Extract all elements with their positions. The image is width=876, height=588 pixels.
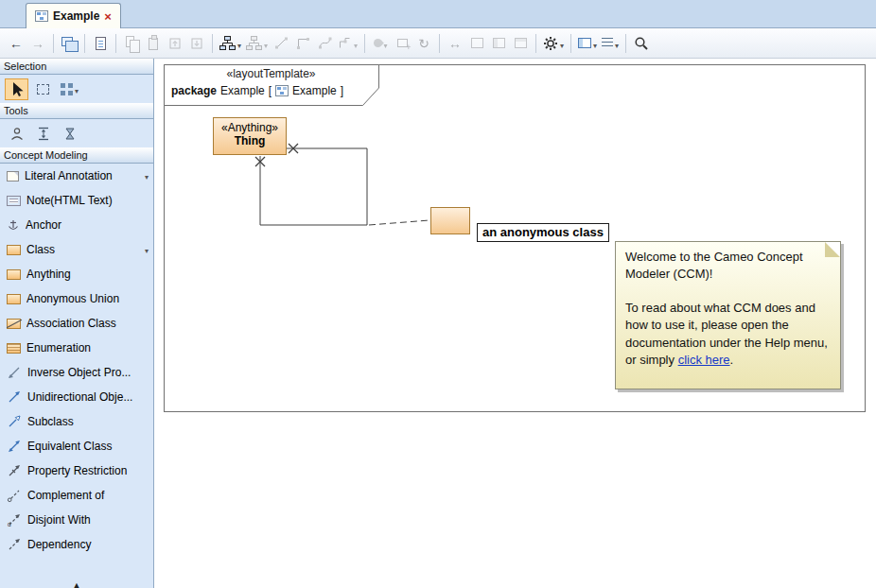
paste-button[interactable]	[143, 32, 164, 55]
dropdown-icon[interactable]	[558, 36, 564, 51]
specification-button[interactable]	[90, 32, 111, 55]
refresh-button[interactable]: ↻	[413, 32, 434, 55]
note-paragraph-2: To read about what CCM does and how to u…	[625, 300, 831, 370]
palette-item-enumeration[interactable]: Enumeration	[0, 336, 153, 360]
palette-item-inverse-object-property[interactable]: Inverse Object Pro...	[0, 360, 153, 385]
actor-tool-button[interactable]	[5, 123, 28, 145]
back-button[interactable]: ←	[6, 32, 26, 55]
path-style-button[interactable]	[336, 32, 359, 55]
application-window: Example × ← →	[0, 0, 876, 588]
window-title-icon	[515, 38, 527, 48]
oblique-path-button[interactable]	[271, 32, 291, 55]
rectilinear-path-button[interactable]	[292, 32, 313, 55]
palette-item-anchor[interactable]: Anchor	[0, 213, 153, 237]
hourglass-tool-button[interactable]	[58, 123, 81, 145]
dropdown-icon[interactable]	[613, 36, 619, 51]
anonymous-class-shape[interactable]	[430, 207, 470, 234]
dropdown-icon[interactable]	[73, 80, 79, 97]
palette-item-complement-of[interactable]: Complement of	[0, 483, 153, 508]
frame-header-stereotype: «layoutTemplate»	[164, 67, 378, 80]
box-down-arrow-icon	[190, 37, 203, 50]
toolbar-separator	[625, 34, 626, 53]
palette-section-tools[interactable]: Tools	[0, 103, 153, 119]
thing-stereotype: «Anything»	[221, 121, 278, 134]
palette-item-anonymous-union[interactable]: Anonymous Union	[0, 286, 153, 311]
diagram-icon	[35, 10, 48, 22]
show-panels-button[interactable]	[576, 32, 599, 55]
marquee-select-button[interactable]	[31, 78, 55, 100]
palette-item-property-restriction[interactable]: Property Restriction	[0, 458, 153, 483]
dropdown-icon[interactable]	[591, 36, 597, 51]
rectilinear-path-icon	[296, 36, 310, 50]
dropdown-icon[interactable]	[143, 169, 149, 182]
dropdown-icon[interactable]	[143, 243, 149, 256]
palette-item-note-html-text[interactable]: Note(HTML Text)	[0, 188, 153, 213]
palette-scroll-up-icon[interactable]	[0, 575, 153, 588]
send-backward-button[interactable]	[186, 32, 207, 55]
tab-close-icon[interactable]: ×	[104, 9, 112, 24]
dropdown-icon[interactable]	[236, 36, 241, 51]
legend-button[interactable]	[600, 32, 621, 55]
diagram-canvas[interactable]: «layoutTemplate» package Example [ Examp…	[154, 59, 876, 588]
forward-button[interactable]: →	[27, 32, 48, 55]
welcome-note[interactable]: Welcome to the Cameo Concept Modeler (CC…	[615, 241, 841, 389]
palette-item-disjoint-with[interactable]: d Disjoint With	[0, 508, 153, 532]
class-icon	[7, 245, 21, 255]
person-icon	[9, 127, 25, 141]
layout-window-a-button[interactable]	[466, 32, 487, 55]
frame-close-bracket: ]	[341, 84, 343, 97]
diagram-options-button[interactable]	[541, 32, 566, 55]
enumeration-icon	[7, 343, 21, 354]
svg-text:d: d	[8, 521, 11, 527]
layout-window-b-button[interactable]	[488, 32, 509, 55]
tree-layout-icon	[246, 36, 262, 50]
class-shape-thing[interactable]: «Anything» Thing	[213, 117, 287, 155]
bezier-path-button[interactable]	[314, 32, 335, 55]
frame-diagram-name: Example	[292, 84, 337, 97]
dropdown-icon[interactable]	[262, 36, 268, 51]
window-split-icon	[493, 38, 505, 48]
path-style-icon	[338, 36, 352, 50]
palette-section-concept-modeling[interactable]: Concept Modeling	[0, 147, 153, 164]
bring-forward-button[interactable]	[165, 32, 185, 55]
layout-button[interactable]	[218, 32, 243, 55]
select-in-containment-tree-button[interactable]	[59, 32, 79, 55]
click-here-link[interactable]: click here	[678, 353, 730, 367]
palette-item-association-class[interactable]: Association Class	[0, 311, 153, 336]
copy-button[interactable]	[121, 32, 142, 55]
box-plus-icon	[397, 39, 408, 47]
quick-layout-button[interactable]	[244, 32, 270, 55]
palette-item-unidirectional-object-property[interactable]: Unidirectional Obje...	[0, 385, 153, 409]
distribute-tool-button[interactable]	[31, 123, 55, 145]
dropdown-icon[interactable]	[352, 36, 358, 51]
tools-tool-row	[0, 119, 153, 147]
palette-item-anything[interactable]: Anything	[0, 262, 153, 286]
note-paragraph-1: Welcome to the Cameo Concept Modeler (CC…	[625, 249, 831, 284]
palette-item-dependency[interactable]: Dependency	[0, 532, 153, 557]
palette-item-label: Anchor	[26, 218, 149, 232]
window-icon	[471, 38, 483, 48]
palette-section-selection[interactable]: Selection	[0, 59, 153, 75]
add-shape-button[interactable]	[392, 32, 412, 55]
palette-item-class[interactable]: Class	[0, 237, 153, 262]
pointer-tool-button[interactable]	[5, 78, 28, 100]
toolbar-separator	[570, 34, 571, 53]
layout-window-c-button[interactable]	[510, 32, 531, 55]
fill-color-button[interactable]	[370, 32, 391, 55]
palette-item-label: Inverse Object Pro...	[27, 366, 149, 379]
palette-item-subclass[interactable]: Subclass	[0, 409, 153, 434]
association-class-icon	[7, 319, 21, 329]
tab-example[interactable]: Example ×	[26, 3, 121, 28]
palette-item-equivalent-class[interactable]: Equivalent Class	[0, 434, 153, 458]
note-fold-corner-icon	[825, 242, 840, 257]
make-same-size-button[interactable]: ↔	[445, 32, 465, 55]
oblique-path-icon	[274, 36, 289, 50]
anonymous-class-label[interactable]: an anonymous class	[477, 223, 609, 242]
palette-item-label: Equivalent Class	[27, 440, 149, 453]
grid-select-button[interactable]	[58, 78, 81, 100]
palette-item-literal-annotation[interactable]: Literal Annotation	[0, 164, 153, 188]
frame-open-bracket: [	[269, 84, 272, 97]
toolbar-separator	[53, 34, 54, 53]
zoom-button[interactable]	[631, 32, 652, 55]
palette-item-label: Complement of	[27, 489, 149, 502]
